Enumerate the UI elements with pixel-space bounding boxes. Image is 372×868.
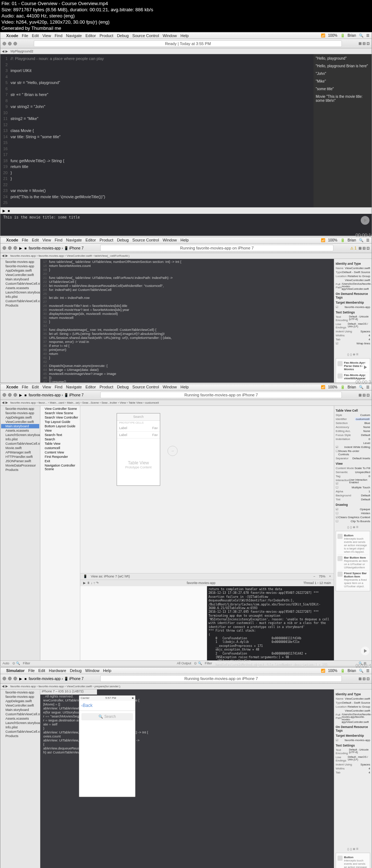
attributes-inspector[interactable]: Table View Cell StyleCustom Identifiercu…: [334, 406, 372, 660]
menu-debug[interactable]: Debug: [117, 33, 129, 38]
prototype-cell[interactable]: LabelFav: [117, 425, 160, 432]
meta-file: File: 01 - Course Overview - Course Over…: [1, 1, 371, 7]
play-btn-icon[interactable]: ▶: [3, 209, 5, 213]
nav-item[interactable]: CustomTableViewCell.swift: [1, 281, 39, 286]
storyboard-body: favorite-movies-appfavorite-movies-appAp…: [0, 406, 372, 660]
object-library[interactable]: ButtonIntercepts touch events and sends …: [336, 853, 370, 868]
segue-icon[interactable]: →: [167, 446, 178, 456]
search-field[interactable]: Search: [117, 413, 160, 421]
document-outline[interactable]: View Controller SceneSearch View SceneSe…: [40, 406, 80, 660]
editor-body: favorite-movies-appfavorite-movies-appAp…: [0, 259, 372, 383]
nav-back-icon[interactable]: ◀: [2, 49, 4, 53]
meta-audio: Audio: aac, 44100 Hz, stereo (eng): [1, 13, 371, 19]
status-area: 📶 100% 🔋 Brian 🔍 ☰: [321, 33, 369, 37]
editor-mode-icons[interactable]: ⊞ ⊟ ⊡: [359, 41, 369, 45]
activity-view: Ready | Today at 3:55 PM: [34, 40, 342, 47]
source-editor[interactable]: 17 func tableView(_ tableView: UITableVi…: [40, 259, 334, 383]
nav-item[interactable]: Assets.xcassets: [1, 286, 39, 290]
menu-file[interactable]: File: [22, 33, 28, 38]
sim-status-bar: Carrier5:57 PM■: [79, 696, 135, 701]
project-navigator[interactable]: favorite-movies-appfavorite-movies-appAp…: [0, 259, 40, 383]
object-library[interactable]: ButtonIntercepts touch events and sends …: [336, 531, 370, 591]
video-play-overlay[interactable]: [361, 216, 369, 225]
screenshot-storyboard: Xcode FileEdit ViewFind NavigateEditor P…: [0, 384, 372, 667]
sim-search-field[interactable]: 🔍 Search: [81, 713, 133, 720]
window-controls[interactable]: [3, 42, 17, 45]
back-label[interactable]: Back: [83, 703, 93, 708]
playground-split: 1//: Playground - noun: a place where pe…: [0, 54, 372, 207]
menu-window[interactable]: Window: [163, 33, 177, 38]
jump-bar[interactable]: ◀ ▶ favorite-movies-app › favorite-movie…: [0, 253, 372, 259]
jump-bar[interactable]: ◀ ▶ favorite-movies-app › favor... › Mai…: [0, 400, 372, 406]
screenshot-xcode-editor: Xcode FileEdit ViewFind NavigateEditor P…: [0, 237, 372, 383]
xcode-toolbar: ▶■ favorite-movies-app › 📱 iPhone 7 Runn…: [0, 674, 372, 684]
debug-nav-bar[interactable]: ▶ ⏸ ↓ ↑ ↷ favorite-movies-app Thread 1 ›…: [80, 580, 334, 586]
nav-item[interactable]: CustomTableViewCell.xib: [1, 299, 39, 303]
nav-item[interactable]: LaunchScreen.storyboard: [1, 290, 39, 295]
stop-btn-icon[interactable]: ■: [8, 209, 10, 213]
menu-navigate[interactable]: Navigate: [66, 33, 82, 38]
search-view-controller[interactable]: Search PROTOTYPE CELLS LabelFav LabelFav…: [117, 413, 160, 486]
run-btn-icon[interactable]: ▶: [19, 246, 22, 250]
user-name[interactable]: Brian: [348, 33, 356, 37]
battery-icon: 🔋: [340, 33, 345, 37]
menubar: Xcode FileEdit ViewFind NavigateEditor P…: [0, 237, 372, 244]
video-play-overlay[interactable]: [361, 647, 369, 655]
editor-area: 12/11/16. . All rights reserved. iewCont…: [40, 689, 334, 868]
nav-item[interactable]: favorite-movies-app: [1, 260, 39, 264]
canvas-bottom-bar[interactable]: 📱 View as: iPhone 7 (wC hR) − 75% +: [80, 573, 334, 580]
meta-size: Size: 8971767 bytes (8.56 MiB), duration…: [1, 7, 371, 13]
ib-canvas[interactable]: Search PROTOTYPE CELLS LabelFav LabelFav…: [80, 406, 334, 660]
nav-item[interactable]: Products: [1, 303, 39, 308]
xcode-toolbar: ▶■ favorite-movies-app › 📱 iPhone 7 Runn…: [0, 391, 372, 400]
nav-item[interactable]: Info.plist: [1, 295, 39, 299]
breadcrumb[interactable]: favorite-movies-app › favorite-movies-ap…: [9, 254, 131, 257]
spotlight-icon[interactable]: 🔍: [359, 33, 363, 37]
menu-product[interactable]: Product: [100, 33, 113, 38]
menu-editor[interactable]: Editor: [85, 33, 96, 38]
nav-fwd-icon[interactable]: ▶: [5, 49, 8, 53]
video-play-overlay[interactable]: [361, 363, 369, 372]
project-navigator[interactable]: favorite-movies-appfavorite-movies-appAp…: [0, 689, 40, 868]
notifications-icon[interactable]: ☰: [366, 33, 369, 37]
warning-icon[interactable]: ⚠ 1: [350, 246, 356, 250]
screenshot-playground: Xcode File Edit View Find Navigate Edito…: [0, 32, 372, 236]
editor-mode-icons[interactable]: ⊞ ⊟ ⊡: [359, 246, 369, 250]
project-navigator[interactable]: favorite-movies-appfavorite-movies-appAp…: [0, 406, 40, 660]
stop-btn-icon[interactable]: ■: [24, 246, 27, 250]
device-icon[interactable]: 📱: [83, 575, 87, 578]
sim-window-title: iPhone 7 – iOS 10.1 (14B72): [40, 689, 97, 695]
activity-view: Running favorite-movies-app on iPhone 7: [100, 245, 333, 251]
results-sidebar: "Hello, playground""Hello, playground Br…: [314, 54, 372, 207]
nav-item[interactable]: favorite-movies-app: [1, 264, 39, 268]
sim-nav-bar[interactable]: ‹ Back: [79, 701, 135, 711]
xcode-toolbar: ▶ ■ favorite-movies-app › 📱 iPhone 7 Run…: [0, 244, 372, 253]
menu-find[interactable]: Find: [54, 33, 62, 38]
nav-item[interactable]: Main.storyboard: [1, 277, 39, 281]
menu-sourcecontrol[interactable]: Source Control: [132, 33, 159, 38]
menu-view[interactable]: View: [43, 33, 51, 38]
battery-percent: 100%: [328, 33, 337, 37]
menu-xcode[interactable]: Xcode: [6, 33, 18, 38]
console-output[interactable]: This is the movie title: some title: [0, 214, 372, 236]
nav-item[interactable]: AppDelegate.swift: [1, 268, 39, 273]
breadcrumb-item[interactable]: MyPlayground2: [9, 49, 35, 53]
console-output[interactable]: return to completion handler with the da…: [207, 586, 334, 660]
window-controls[interactable]: [3, 246, 17, 250]
wifi-icon: 📶: [321, 33, 325, 37]
variables-view[interactable]: [80, 586, 207, 660]
nav-item[interactable]: ViewController.swift: [1, 273, 39, 277]
code-editor[interactable]: 1//: Playground - noun: a place where pe…: [0, 54, 314, 207]
menu-help[interactable]: Help: [181, 33, 189, 38]
jump-bar[interactable]: ◀ ▶ MyPlayground2: [0, 48, 372, 54]
menu-edit[interactable]: Edit: [32, 33, 39, 38]
nav-icons[interactable]: ◀ ▶: [2, 254, 8, 257]
ios-simulator[interactable]: Carrier5:57 PM■ ‹ Back 🔍 Search: [79, 695, 136, 797]
scheme-selector[interactable]: favorite-movies-app › 📱 iPhone 7: [29, 246, 84, 250]
file-inspector[interactable]: Identity and Type NameViewController.swi…: [334, 689, 372, 868]
sim-body: favorite-movies-appfavorite-movies-appAp…: [0, 689, 372, 868]
jump-bar[interactable]: ◀ ▶ favorite-movies-app › favorite-movie…: [0, 684, 372, 689]
prototype-cell[interactable]: LabelFav: [117, 432, 160, 439]
menu-xcode[interactable]: Xcode: [6, 238, 18, 242]
debug-bar[interactable]: ▶ ■: [0, 207, 372, 214]
